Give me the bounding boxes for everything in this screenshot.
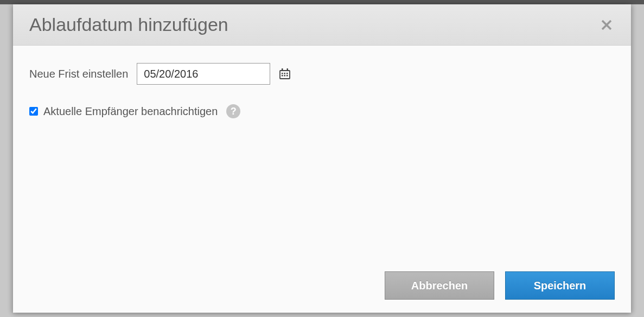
notify-checkbox-label: Aktuelle Empfänger benachrichtigen (43, 105, 218, 118)
svg-rect-5 (282, 73, 283, 74)
svg-rect-8 (282, 75, 283, 77)
calendar-icon (279, 68, 291, 80)
expiration-date-modal: Ablaufdatum hinzufügen Neue Frist einste… (13, 4, 631, 313)
help-button[interactable]: ? (226, 104, 240, 118)
modal-footer: Abbrechen Speichern (13, 261, 631, 313)
save-button[interactable]: Speichern (505, 271, 615, 300)
backdrop-topbar (0, 0, 644, 4)
calendar-picker-button[interactable] (278, 67, 292, 81)
date-field-label: Neue Frist einstellen (29, 68, 128, 80)
date-input[interactable] (137, 63, 270, 85)
svg-rect-10 (286, 75, 288, 77)
svg-rect-2 (280, 71, 290, 79)
date-field-row: Neue Frist einstellen (29, 63, 615, 85)
notify-checkbox[interactable] (29, 107, 38, 116)
svg-rect-3 (282, 68, 283, 71)
modal-title: Ablaufdatum hinzufügen (29, 14, 228, 35)
close-icon (601, 19, 613, 31)
modal-header: Ablaufdatum hinzufügen (13, 4, 631, 46)
svg-rect-6 (284, 73, 286, 74)
svg-rect-7 (286, 73, 288, 74)
cancel-button[interactable]: Abbrechen (385, 271, 494, 300)
question-mark-icon: ? (231, 106, 237, 117)
svg-rect-9 (284, 75, 286, 77)
notify-checkbox-row: Aktuelle Empfänger benachrichtigen ? (29, 104, 615, 118)
svg-rect-4 (287, 68, 289, 71)
close-button[interactable] (598, 17, 615, 33)
modal-body: Neue Frist einstellen Akt (13, 46, 631, 261)
